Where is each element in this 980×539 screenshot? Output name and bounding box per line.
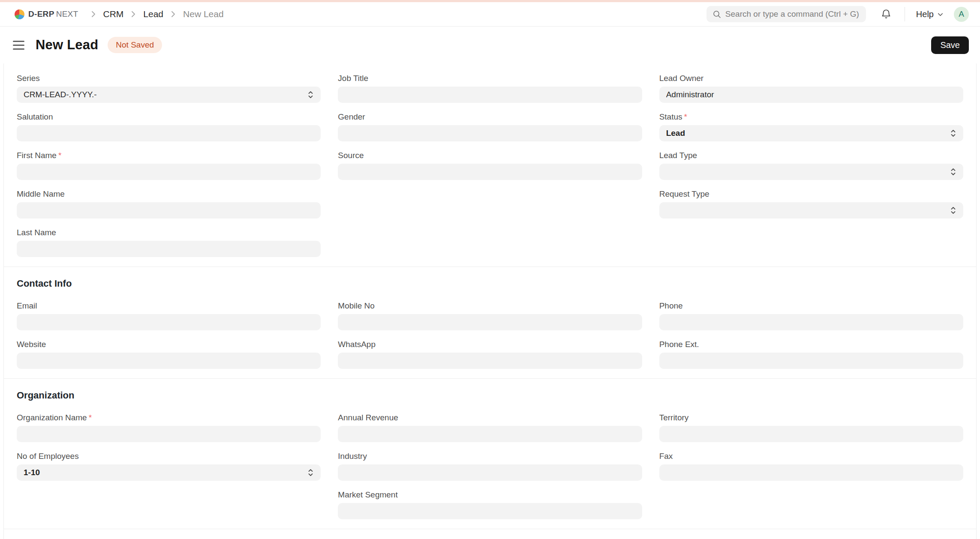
field-website: Website <box>17 340 321 369</box>
organization-name-input[interactable] <box>17 426 321 442</box>
field-label: WhatsApp <box>338 340 642 349</box>
website-input[interactable] <box>17 353 321 369</box>
fax-input[interactable] <box>659 464 963 481</box>
help-label: Help <box>916 9 934 19</box>
select-chevron-icon <box>307 90 314 100</box>
no-of-employees-select[interactable]: 1-10 <box>17 464 321 481</box>
market-segment-input[interactable] <box>338 503 642 519</box>
breadcrumb-item-lead[interactable]: Lead <box>143 9 163 19</box>
notifications-bell-button[interactable] <box>881 9 892 20</box>
source-input[interactable] <box>338 164 642 180</box>
app-logo[interactable]: D-ERPNEXT <box>15 9 78 19</box>
gender-input[interactable] <box>338 125 642 141</box>
breadcrumb-separator-icon <box>90 10 96 18</box>
column-middle: Annual Revenue Industry Market Segment <box>338 413 642 529</box>
required-asterisk: * <box>58 151 61 160</box>
column-left: Email Website <box>17 301 321 378</box>
chevron-down-icon <box>937 11 944 18</box>
field-label: Email <box>17 301 321 311</box>
first-name-input[interactable] <box>17 164 321 180</box>
select-chevron-icon <box>950 128 956 138</box>
field-whatsapp: WhatsApp <box>338 340 642 369</box>
global-search[interactable] <box>706 6 866 22</box>
industry-input[interactable] <box>338 464 642 481</box>
field-label: Request Type <box>659 189 963 199</box>
field-label: Organization Name* <box>17 413 321 422</box>
field-label: Salutation <box>17 112 321 122</box>
select-chevron-icon <box>950 205 956 216</box>
field-job-title: Job Title <box>338 74 642 103</box>
search-input[interactable] <box>725 9 860 19</box>
field-salutation: Salutation <box>17 112 321 141</box>
field-label: Industry <box>338 452 642 461</box>
job-title-input[interactable] <box>338 87 642 103</box>
field-label: Mobile No <box>338 301 642 311</box>
page-title: New Lead <box>36 37 98 53</box>
field-no-of-employees: No of Employees 1-10 <box>17 452 321 481</box>
field-organization-name: Organization Name* <box>17 413 321 442</box>
mobile-no-input[interactable] <box>338 314 642 330</box>
column-left: Organization Name* No of Employees 1-10 <box>17 413 321 529</box>
lead-form: Series CRM-LEAD-.YYYY.- Salutation First… <box>3 63 977 539</box>
navbar-right: Help A <box>706 6 969 22</box>
navbar: D-ERPNEXT CRM Lead New Lead Help <box>0 2 980 27</box>
field-lead-type: Lead Type <box>659 151 963 180</box>
help-menu[interactable]: Help <box>916 9 944 19</box>
field-request-type: Request Type <box>659 189 963 219</box>
required-asterisk: * <box>684 112 687 121</box>
avatar[interactable]: A <box>954 7 969 22</box>
status-badge: Not Saved <box>108 37 162 53</box>
field-label: Source <box>338 151 642 160</box>
territory-input[interactable] <box>659 426 963 442</box>
field-label: Fax <box>659 452 963 461</box>
required-asterisk: * <box>89 413 92 422</box>
last-name-input[interactable] <box>17 241 321 257</box>
whatsapp-input[interactable] <box>338 353 642 369</box>
field-email: Email <box>17 301 321 330</box>
field-label: Middle Name <box>17 189 321 199</box>
phone-ext-input[interactable] <box>659 353 963 369</box>
field-label: Job Title <box>338 74 642 83</box>
select-chevron-icon <box>950 167 956 177</box>
breadcrumb-item-crm[interactable]: CRM <box>103 9 124 19</box>
breadcrumb-item-new-lead: New Lead <box>183 9 224 19</box>
field-last-name: Last Name <box>17 228 321 257</box>
annual-revenue-input[interactable] <box>338 426 642 442</box>
menu-icon[interactable] <box>13 39 24 51</box>
email-input[interactable] <box>17 314 321 330</box>
column-middle: Job Title Gender Source <box>338 74 642 267</box>
field-label: Series <box>17 74 321 83</box>
phone-input[interactable] <box>659 314 963 330</box>
section-title: Organization <box>17 390 963 401</box>
section-divider <box>4 378 976 379</box>
lead-owner-input[interactable] <box>659 87 963 103</box>
lead-type-select[interactable] <box>659 164 963 180</box>
select-chevron-icon <box>307 467 314 478</box>
save-button[interactable]: Save <box>931 36 969 54</box>
breadcrumb-separator-icon <box>130 10 136 18</box>
field-phone-ext: Phone Ext. <box>659 340 963 369</box>
column-middle: Mobile No WhatsApp <box>338 301 642 378</box>
section-title: Contact Info <box>17 278 963 289</box>
request-type-select[interactable] <box>659 202 963 219</box>
section-main-details: Series CRM-LEAD-.YYYY.- Salutation First… <box>4 63 976 267</box>
status-select[interactable]: Lead <box>659 125 963 141</box>
field-phone: Phone <box>659 301 963 330</box>
column-left: Series CRM-LEAD-.YYYY.- Salutation First… <box>17 74 321 267</box>
field-label: Phone <box>659 301 963 311</box>
section-organization: Organization Organization Name* No of Em… <box>4 390 976 529</box>
field-mobile-no: Mobile No <box>338 301 642 330</box>
middle-name-input[interactable] <box>17 202 321 219</box>
field-label: Status* <box>659 112 963 122</box>
section-address-contacts-toggle[interactable]: Address & Contacts <box>4 529 976 539</box>
field-label: Market Segment <box>338 490 642 500</box>
field-label: Phone Ext. <box>659 340 963 349</box>
field-lead-owner: Lead Owner <box>659 74 963 103</box>
salutation-input[interactable] <box>17 125 321 141</box>
field-label: First Name* <box>17 151 321 160</box>
column-right: Phone Phone Ext. <box>659 301 963 378</box>
series-select[interactable]: CRM-LEAD-.YYYY.- <box>17 87 321 103</box>
field-label: Lead Type <box>659 151 963 160</box>
search-icon <box>712 10 721 18</box>
column-right: Lead Owner Status* Lead Lead Type Reques… <box>659 74 963 267</box>
